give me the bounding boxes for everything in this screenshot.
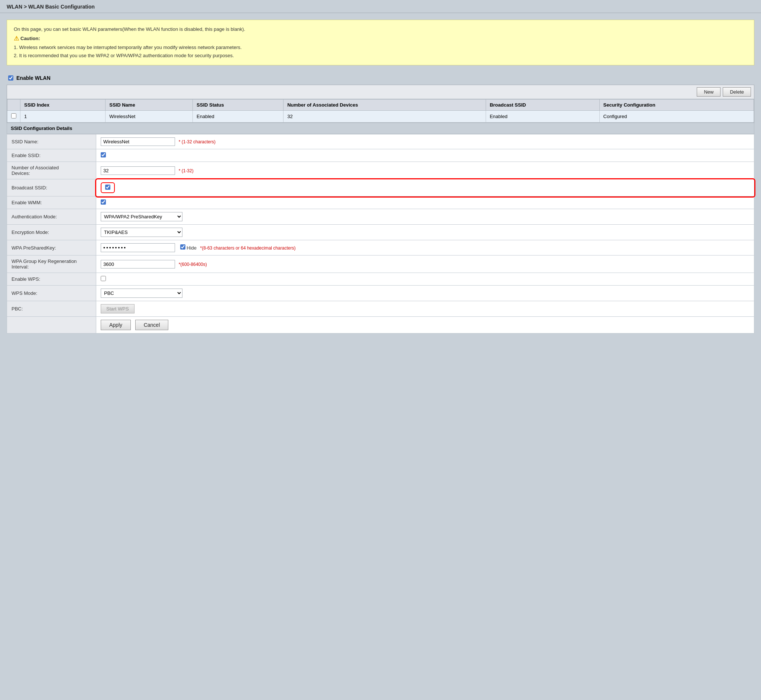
value-enc-mode: TKIP&AES TKIP AES [96, 225, 754, 240]
start-wps-button[interactable]: Start WPS [101, 304, 135, 313]
enable-wlan-row: Enable WLAN [7, 72, 754, 85]
config-row-associated: Number of AssociatedDevices: * (1-32) [7, 162, 754, 180]
config-row-psk: WPA PreSharedKey: Hide *(8-63 characters… [7, 240, 754, 255]
caution-label: Caution: [20, 34, 40, 43]
enc-mode-select[interactable]: TKIP&AES TKIP AES [101, 228, 182, 237]
config-row-group-key: WPA Group Key RegenerationInterval: *(60… [7, 255, 754, 273]
value-ssid-name: * (1-32 characters) [96, 134, 754, 149]
label-wps-mode: WPS Mode: [7, 286, 96, 301]
associated-devices-input[interactable] [101, 166, 175, 175]
group-key-input[interactable] [101, 260, 175, 269]
hide-password-checkbox[interactable] [180, 244, 185, 250]
group-key-hint: *(600-86400s) [179, 262, 207, 267]
ssid-name-hint: * (1-32 characters) [179, 139, 216, 144]
cancel-button[interactable]: Cancel [135, 320, 169, 330]
breadcrumb: WLAN > WLAN Basic Configuration [0, 0, 761, 13]
col-header-status: SSID Status [193, 100, 283, 111]
value-wmm [96, 197, 754, 209]
footer-label-empty [7, 317, 96, 333]
ssid-config-header: SSID Configuration Details [7, 123, 754, 134]
label-group-key: WPA Group Key RegenerationInterval: [7, 255, 96, 273]
psk-input[interactable] [101, 243, 175, 252]
config-row-auth-mode: Authentication Mode: WPA/WPA2 PreSharedK… [7, 209, 754, 225]
row-broadcast: Enabled [485, 111, 599, 123]
ssid-config-table: SSID Name: * (1-32 characters) Enable SS… [7, 134, 754, 333]
label-wmm: Enable WMM: [7, 197, 96, 209]
label-enable-ssid: Enable SSID: [7, 149, 96, 162]
warning-icon: ⚠ [14, 33, 19, 44]
label-wps: Enable WPS: [7, 273, 96, 286]
config-row-ssid-name: SSID Name: * (1-32 characters) [7, 134, 754, 149]
label-pbc: PBC: [7, 301, 96, 317]
ssid-table: SSID Index SSID Name SSID Status Number … [7, 99, 754, 123]
col-header-security: Security Configuration [599, 100, 753, 111]
broadcast-highlight [101, 182, 115, 193]
associated-hint: * (1-32) [179, 168, 194, 173]
col-header-associated: Number of Associated Devices [283, 100, 486, 111]
info-line2: 1. Wireless network services may be inte… [14, 44, 747, 52]
config-row-footer-buttons: Apply Cancel [7, 317, 754, 333]
value-pbc: Start WPS [96, 301, 754, 317]
col-header-name: SSID Name [105, 100, 193, 111]
value-psk: Hide *(8-63 characters or 64 hexadecimal… [96, 240, 754, 255]
config-row-enc-mode: Encryption Mode: TKIP&AES TKIP AES [7, 225, 754, 240]
enable-wlan-label: Enable WLAN [16, 75, 50, 81]
value-associated: * (1-32) [96, 162, 754, 180]
value-wps-mode: PBC PIN [96, 286, 754, 301]
value-wps [96, 273, 754, 286]
info-line1: On this page, you can set basic WLAN par… [14, 25, 747, 33]
apply-button[interactable]: Apply [101, 320, 131, 330]
info-line3: 2. It is recommended that you use the WP… [14, 52, 747, 60]
value-enable-ssid [96, 149, 754, 162]
row-associated: 32 [283, 111, 486, 123]
broadcast-ssid-checkbox[interactable] [105, 184, 110, 190]
row-ssid-name: WirelessNet [105, 111, 193, 123]
enable-ssid-checkbox[interactable] [101, 152, 106, 158]
row-security: Configured [599, 111, 753, 123]
col-header-check [8, 100, 20, 111]
toolbar-row: New Delete [7, 85, 754, 99]
config-row-pbc: PBC: Start WPS [7, 301, 754, 317]
label-enc-mode: Encryption Mode: [7, 225, 96, 240]
enable-wps-checkbox[interactable] [101, 276, 106, 281]
config-row-enable-ssid: Enable SSID: [7, 149, 754, 162]
config-row-wmm: Enable WMM: [7, 197, 754, 209]
wps-mode-select[interactable]: PBC PIN [101, 289, 182, 298]
config-row-broadcast-ssid: Broadcast SSID: [7, 180, 754, 197]
hide-label: Hide [186, 245, 198, 251]
auth-mode-select[interactable]: WPA/WPA2 PreSharedKey WPA2 PreSharedKey … [101, 212, 182, 221]
psk-hint: *(8-63 characters or 64 hexadecimal char… [200, 245, 296, 251]
row-checkbox-cell [8, 111, 20, 123]
config-row-wps: Enable WPS: [7, 273, 754, 286]
value-broadcast-ssid [96, 180, 754, 197]
caution-line: ⚠ Caution: [14, 33, 747, 44]
row-checkbox[interactable] [11, 113, 16, 119]
delete-button[interactable]: Delete [723, 87, 751, 97]
label-associated: Number of AssociatedDevices: [7, 162, 96, 180]
footer-buttons: Apply Cancel [96, 317, 754, 333]
page-wrapper: WLAN > WLAN Basic Configuration On this … [0, 0, 761, 700]
config-row-wps-mode: WPS Mode: PBC PIN [7, 286, 754, 301]
breadcrumb-text: WLAN > WLAN Basic Configuration [7, 4, 95, 9]
enable-wmm-checkbox[interactable] [101, 199, 106, 205]
ssid-table-section: New Delete SSID Index SSID Name SSID Sta… [7, 85, 754, 123]
table-row: 1 WirelessNet Enabled 32 Enabled Configu… [8, 111, 754, 123]
row-index: 1 [20, 111, 105, 123]
new-button[interactable]: New [697, 87, 720, 97]
value-auth-mode: WPA/WPA2 PreSharedKey WPA2 PreSharedKey … [96, 209, 754, 225]
label-broadcast-ssid: Broadcast SSID: [7, 180, 96, 197]
col-header-index: SSID Index [20, 100, 105, 111]
ssid-name-input[interactable] [101, 138, 175, 146]
value-group-key: *(600-86400s) [96, 255, 754, 273]
info-box: On this page, you can set basic WLAN par… [7, 20, 754, 66]
label-ssid-name: SSID Name: [7, 134, 96, 149]
ssid-config-title: SSID Configuration Details [11, 125, 72, 131]
label-auth-mode: Authentication Mode: [7, 209, 96, 225]
col-header-broadcast: Broadcast SSID [485, 100, 599, 111]
row-ssid-status: Enabled [193, 111, 283, 123]
label-psk: WPA PreSharedKey: [7, 240, 96, 255]
table-header-row: SSID Index SSID Name SSID Status Number … [8, 100, 754, 111]
enable-wlan-checkbox[interactable] [8, 75, 13, 81]
content-area: On this page, you can set basic WLAN par… [0, 13, 761, 340]
